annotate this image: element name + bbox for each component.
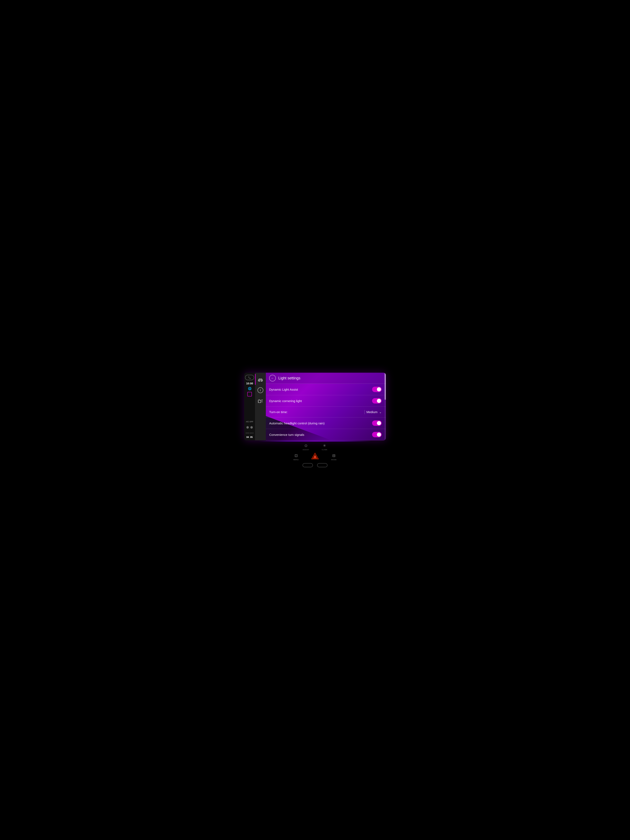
temp-right: 85	[250, 436, 253, 438]
dynamic-light-assist-label: Dynamic Light Assist	[269, 388, 298, 391]
phone-button[interactable]: 📞	[245, 375, 254, 380]
ac-display: A/C OFF	[246, 420, 253, 423]
dropdown-arrow-icon: ⌄	[379, 411, 382, 414]
menu-label: MENU	[293, 459, 299, 461]
back-button[interactable]: ←	[269, 375, 276, 382]
physical-buttons-row2: ⊡ MENU ! ⊟ MODE	[293, 452, 337, 461]
turn-on-time-label: Turn-on time:	[269, 410, 288, 414]
sidebar-item-car[interactable]	[255, 374, 266, 385]
back-arrow-icon: ←	[271, 376, 274, 380]
square-icon	[247, 392, 252, 396]
auto-headlight-toggle[interactable]	[372, 420, 382, 426]
value-divider	[365, 410, 365, 414]
assist-button[interactable]: ⊙ ASSIST	[303, 443, 309, 451]
temp-display: 84 85	[246, 436, 253, 438]
ambient-light-bar	[244, 441, 386, 442]
sidebar-item-info[interactable]: i	[255, 385, 266, 396]
toggle-slider-2	[372, 398, 382, 404]
turn-on-time-value[interactable]: Medium ⌄	[365, 410, 382, 414]
time-display: 10:00	[246, 382, 253, 385]
toggle-slider-3	[372, 420, 382, 426]
convenience-turn-signals-row: Convenience turn signals	[266, 429, 386, 441]
settings-list: Dynamic Light Assist Dynamic cornering l…	[266, 384, 386, 441]
content-header: ← Light settings	[266, 373, 386, 384]
dynamic-cornering-light-label: Dynamic cornering light	[269, 399, 302, 403]
mode-button[interactable]: ⊟ MODE	[331, 453, 337, 461]
page-title: Light settings	[278, 376, 300, 381]
turn-on-time-row: Turn-on time: Medium ⌄	[266, 407, 386, 417]
sidebar-item-fuel[interactable]	[255, 396, 266, 406]
hazard-button[interactable]: !	[311, 452, 319, 461]
dynamic-light-assist-row: Dynamic Light Assist	[266, 384, 386, 395]
seat-right-icon: ❄	[250, 425, 253, 430]
convenience-turn-signals-toggle[interactable]	[372, 432, 382, 437]
physical-buttons: ⊙ ASSIST ✳ CLIMA	[303, 443, 327, 451]
menu-icon: ⊡	[295, 453, 298, 458]
clima-label: CLIMA	[322, 449, 327, 451]
toggle-slider	[372, 387, 382, 392]
seat-left-icon: ❄	[246, 425, 249, 430]
clima-icon: ✳	[323, 443, 326, 448]
main-content: ← Light settings Dynamic Light Assist Dy…	[266, 373, 386, 441]
mode-label: MODE	[331, 459, 337, 461]
clima-button[interactable]: ✳ CLIMA	[322, 443, 327, 451]
bottom-nav	[303, 463, 327, 467]
nav-pill-left[interactable]	[303, 463, 313, 467]
scrollbar-thumb	[385, 373, 386, 400]
mode-icon: ⊟	[332, 453, 335, 458]
toggle-slider-4	[372, 432, 382, 437]
info-icon: i	[257, 387, 263, 393]
scrollbar[interactable]	[385, 373, 386, 441]
temp-left: 84	[246, 436, 249, 438]
menu-button[interactable]: ⊡ MENU	[293, 453, 299, 461]
assist-icon: ⊙	[305, 443, 308, 448]
svg-point-4	[258, 400, 261, 403]
dynamic-cornering-light-row: Dynamic cornering light	[266, 395, 386, 407]
dynamic-light-assist-toggle[interactable]	[372, 387, 382, 392]
hazard-icon: !	[311, 452, 319, 460]
seat-dots: • • • • • •	[246, 432, 253, 434]
icon-sidebar: i	[255, 373, 266, 441]
globe-icon: 🌐	[248, 387, 251, 390]
seat-heat-icons: ❄ ❄	[246, 425, 253, 430]
auto-headlight-label: Automatic headlight control (during rain…	[269, 422, 325, 425]
nav-pill-right[interactable]	[317, 463, 327, 467]
auto-headlight-row: Automatic headlight control (during rain…	[266, 417, 386, 429]
scene: 📞 10:00 🌐 A/C OFF ❄ ❄ • • • • • • 84 85	[244, 368, 386, 472]
left-sidebar: 📞 10:00 🌐 A/C OFF ❄ ❄ • • • • • • 84 85	[244, 373, 255, 441]
fuel-icon	[257, 398, 263, 404]
car-icon	[257, 377, 263, 382]
turn-on-time-current: Medium	[366, 410, 377, 414]
dynamic-cornering-light-toggle[interactable]	[372, 398, 382, 404]
convenience-turn-signals-label: Convenience turn signals	[269, 433, 304, 436]
main-screen: 📞 10:00 🌐 A/C OFF ❄ ❄ • • • • • • 84 85	[244, 373, 386, 441]
assist-label: ASSIST	[303, 449, 309, 451]
svg-text:!: !	[314, 456, 316, 458]
